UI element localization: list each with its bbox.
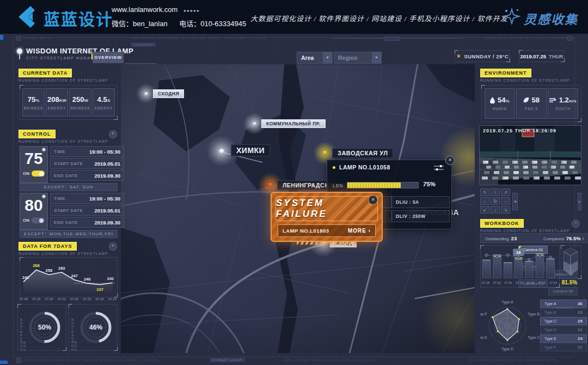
map-label: ХИМКИ [231,144,270,156]
map-pin-leningradskoe[interactable] [266,181,274,189]
stat-card-watt: 250W BRINESS [69,88,91,117]
panel-subtitle: RUNNING CONDITION OF STREETLAMP [19,139,108,143]
svg-text:237: 237 [96,287,103,292]
camera-dpad: ↖↑↗←↻→↙↓↘ [480,188,510,214]
dpad-arrow-icon-3[interactable]: ← [480,197,489,205]
gauge-box-1: COMPARISON FOR 50% [17,304,66,351]
decor-box [567,36,572,41]
cube-3d-icon [561,246,580,277]
gauge-value-2: 46% [78,309,114,345]
region-select[interactable]: Region ▾ [334,52,382,64]
website-url: www.lanlanwork.com ▸▸▸▸▸ [112,5,200,14]
panel-subtitle: RUNNING CONDITION OF STREETLAMP [19,78,108,82]
collect-logo-text: 灵感收集 [524,9,578,28]
accent-mark [0,35,3,40]
dpad-arrow-icon-2[interactable]: ↗ [501,188,510,196]
dpad-arrow-icon-6[interactable]: ↙ [480,206,489,214]
svg-text:Type B: Type B [528,312,540,317]
week-line-chart: 243268258263247240237241 [20,258,116,296]
alert-title: SYSTEM FAILURE [276,198,377,220]
promo-banner: 蓝蓝设计 www.lanlanwork.com ▸▸▸▸▸ 微信：ben_lan… [0,0,588,34]
map-pin-skhodnya[interactable] [142,90,150,98]
legend-row-type-e: Type E24 [540,334,587,343]
control-row-start-2: START DATE2019.05.01 [50,205,124,216]
panel-title-control: CONTROL [19,130,56,138]
map-label: СХОДНЯ [153,89,184,98]
day-text: THUR [549,53,563,59]
decor-text: AND LOOKED DOWN ONE AS FAR AS I COULD [283,358,376,362]
accent-mark [0,361,8,364]
brand-name: 蓝蓝设计 [44,6,113,30]
camera-timestamp: 2019.07.25 THUR 18:26:09 [483,128,556,133]
toggle-on[interactable] [32,171,45,177]
sun-icon: ☀ [456,53,462,60]
workbook-cube-box [561,245,581,279]
dashboard: TRAVEL BOTH TWO ROADS DIVERGED IN A YELL… [0,34,588,365]
week-add-button[interactable]: + [109,242,117,251]
alert-close-icon[interactable]: ✕ [368,195,378,205]
camera-prev-button[interactable]: ◂ [512,193,518,210]
panel-title-7days: DATA FOR 7DAYS [19,242,77,251]
stat-card-briness: 75% BRINESS [22,88,45,117]
dpad-arrow-icon-1[interactable]: ↑ [491,188,500,196]
camera-feed: 2019.07.25 THUR 18:26:09 [479,125,581,185]
workbook-bar-chart: 16 [481,246,558,280]
popup-title: LAMP NO.L01058 [339,164,390,171]
decor-slider [384,36,400,41]
dpad-arrow-icon-7[interactable]: ↓ [491,206,500,214]
workbook-chart-box: 16 07.1807.1907.2007.2107.2207.2307.24 [480,245,560,288]
decor-text: TWO ROADS DIVERGED IN A YELLOW WOOD, AND… [23,358,158,362]
gauge-side-label: COMPARISON FOR [71,309,77,350]
camera-button-5[interactable]: Camera 05 [548,287,578,295]
svg-text:243: 243 [22,275,29,280]
dpad-arrow-icon-0[interactable]: ↖ [480,188,489,196]
svg-text:240: 240 [84,277,91,282]
alert-title-box: SYSTEM FAILURE [275,196,378,221]
bar-value: 75% [423,181,436,187]
except-bar-2: EXCEPT：MON,TUE,WED,THUR,FRI [20,230,118,238]
env-card-wind: 1.2m/s SOUTH [548,88,578,119]
svg-text:Type D: Type D [501,347,513,351]
settings-sliders-icon[interactable] [434,165,444,171]
camera-next-button[interactable]: ▸ [578,193,581,210]
popup-field-power: DLIV : 250W [391,210,450,222]
lamp-icon-pole [19,54,20,59]
map-pin-khimki[interactable] [217,147,226,156]
system-failure-alert: SYSTEM FAILURE LAMP NO.L01803 MORE › [271,192,383,242]
lanlan-logo-icon [14,5,39,29]
dpad-arrow-icon-8[interactable]: ↘ [501,206,510,214]
map-pin-kommunalny[interactable] [250,120,259,128]
weather-widget: ☀ SUNNDAY / 29°C [455,50,510,62]
area-select[interactable]: Area ▾ [297,52,333,64]
gauge-box-2: COMPARISON FOR 46% [69,304,118,351]
workbook-side-percent: 81.5% [559,279,580,285]
svg-text:Type F: Type F [480,312,487,317]
compared-value: 76.5% [566,235,581,241]
workbook-chart-xaxis: 07.1807.1907.2007.2107.2207.2307.24 [482,281,557,284]
popup-close-icon[interactable]: ✕ [445,156,455,165]
legend-row-type-d: Type D31 [540,326,587,334]
alert-more-button[interactable]: MORE › [348,228,371,234]
leaf-icon [523,97,529,104]
map-pin-zavodskaya[interactable] [321,149,329,157]
toggle-off[interactable] [32,217,45,223]
decor-text: TWO ROADS DIVERGED IN A YELLOW WOOD, AND… [131,36,266,40]
popup-field-current: DLIU : 5A [391,196,450,208]
dim-level-box-1: 75 ON [20,146,48,183]
weather-text: SUNNDAY / 29°C [464,53,509,59]
bar-label: LBN [333,183,344,188]
dpad-arrow-icon-4[interactable]: ↻ [491,197,500,205]
decor-text: TO WHERE IT BENT IN THE UNDERGROWTH [468,358,557,362]
map-label: ЗАВОДСКАЯ УЛ [332,148,393,158]
workbook-stats: Outstanding: 23 Compared: 76.5% ↑ [480,233,588,243]
control-add-button[interactable]: + [109,130,117,138]
lamp-icon [42,195,45,198]
dpad-arrow-icon-5[interactable]: → [501,197,510,205]
alert-footer: LAMP NO.L01803 MORE › [278,224,376,237]
tab-overview-1[interactable]: OVERVIEW [93,52,124,63]
caret-down-icon: ▾ [372,52,381,63]
arrows-icon: ▸▸▸▸▸ [184,8,200,13]
workbook-next-button[interactable]: › [572,220,580,228]
env-card-pm25: 58 PM2.5 [516,88,547,119]
panel-subtitle: RUNNING CONDITION OF STREETLAMP [480,78,570,82]
